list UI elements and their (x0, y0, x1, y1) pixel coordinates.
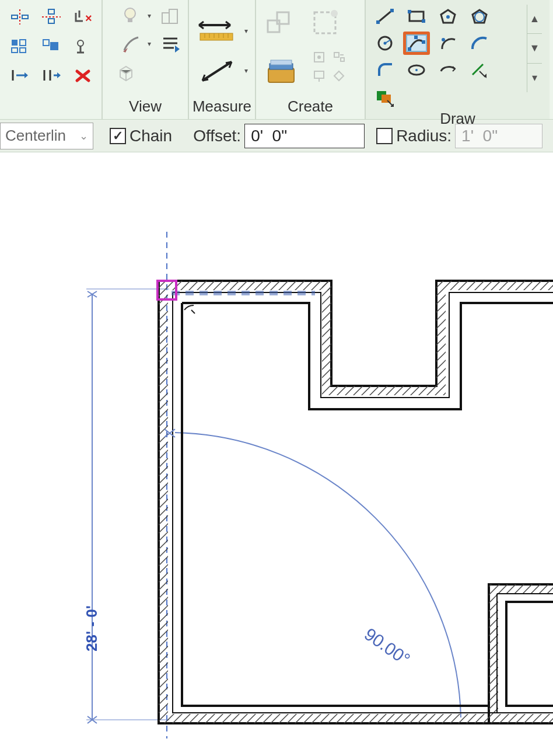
chevron-up-icon: ▲ (530, 13, 540, 25)
offset-option: Offset: (193, 124, 365, 148)
dimension-length-text: 28' - 0' (83, 605, 101, 652)
draw-polygon-circumscribed-button[interactable] (466, 5, 493, 28)
svg-rect-10 (20, 48, 26, 53)
svg-point-53 (446, 15, 450, 19)
panel-label-measure: Measure (189, 96, 255, 119)
distribute-right-button[interactable] (37, 63, 65, 88)
grid-outline-button[interactable] (37, 34, 65, 58)
snap-point-marker (156, 280, 177, 301)
svg-rect-41 (271, 60, 292, 65)
svg-rect-46 (341, 58, 344, 61)
box-3d-button[interactable] (112, 60, 140, 84)
create-assembly-button[interactable] (260, 2, 302, 46)
chevron-down-icon: ▼ (530, 42, 540, 54)
panel-label-blank (0, 96, 102, 119)
draw-polygon-inscribed-button[interactable] (435, 5, 461, 28)
draw-ellipse-button[interactable] (403, 58, 430, 82)
ribbon-panel-create: Create (256, 0, 366, 119)
location-line-value: Centerlin (5, 127, 66, 145)
svg-rect-50 (410, 12, 424, 21)
draw-fillet-arc-button[interactable] (372, 58, 398, 82)
radius-option: ✓ Radius: (376, 124, 542, 148)
unpin-delete-button[interactable]: × (69, 5, 97, 29)
gallery-scroll-down-button[interactable]: ▼ (527, 33, 542, 62)
create-target-button[interactable] (331, 49, 347, 65)
location-line-dropdown[interactable]: Centerlin ⌄ (0, 123, 93, 149)
drawing-canvas[interactable]: 28' - 0' 90.00° (0, 152, 553, 754)
pin-button[interactable] (69, 34, 97, 58)
draw-partial-ellipse-button[interactable] (435, 58, 461, 82)
draw-line-button[interactable] (372, 5, 398, 28)
offset-input[interactable] (244, 124, 365, 148)
svg-rect-4 (48, 19, 54, 23)
offset-label: Offset: (193, 127, 241, 145)
gallery-scroll-up-button[interactable]: ▲ (527, 5, 542, 33)
measure-distance-button[interactable]: ▾ (191, 12, 244, 50)
measure-angle-button[interactable]: ▾ (191, 53, 244, 88)
svg-rect-0 (12, 15, 18, 19)
svg-rect-49 (390, 9, 394, 12)
checkmark-icon: ✓ (113, 130, 123, 142)
svg-rect-21 (162, 13, 169, 23)
chain-label: Chain (130, 127, 172, 145)
svg-rect-66 (382, 95, 391, 103)
svg-text:×: × (85, 12, 92, 25)
radius-input[interactable] (455, 124, 542, 148)
svg-rect-7 (12, 40, 18, 46)
dropdown-arrow-icon: ▾ (148, 40, 151, 48)
svg-rect-45 (334, 53, 339, 57)
svg-rect-8 (20, 40, 26, 46)
svg-line-47 (378, 11, 392, 22)
align-vertical-button[interactable] (37, 5, 65, 29)
draw-arc-center-button[interactable] (435, 32, 461, 55)
align-horizontal-button[interactable] (6, 5, 34, 29)
dropdown-arrow-icon: ▾ (148, 12, 151, 20)
load-family-button[interactable] (260, 49, 306, 92)
create-arrow-down-button[interactable] (311, 68, 327, 84)
svg-point-63 (415, 69, 418, 71)
distribute-left-button[interactable] (6, 63, 34, 88)
lightbulb-button[interactable]: ▾ (112, 4, 153, 28)
expand-icon: ▾ (532, 71, 537, 84)
create-node-button[interactable] (311, 49, 327, 65)
pick-walls-button[interactable] (372, 85, 398, 109)
chevron-down-icon: ⌄ (79, 130, 88, 142)
ribbon: × (0, 0, 553, 120)
create-group-button[interactable] (305, 2, 347, 46)
ribbon-panel-measure: ▾ ▾ Measure (189, 0, 256, 119)
ribbon-panel-align: × (0, 0, 103, 119)
panel-label-create: Create (256, 96, 365, 119)
draw-rectangle-button[interactable] (403, 5, 430, 28)
dropdown-arrow-icon: ▾ (244, 27, 248, 35)
svg-rect-58 (408, 47, 411, 51)
chain-checkbox[interactable]: ✓ (110, 128, 126, 144)
svg-point-13 (78, 40, 83, 46)
gallery-expand-button[interactable]: ▾ (527, 63, 542, 92)
ribbon-panel-draw: ▲ ▼ ▾ Draw (366, 0, 550, 119)
panel-label-view: View (103, 96, 188, 119)
draw-arc-tangent-button[interactable] (466, 32, 493, 55)
brush-button[interactable]: ▾ (112, 32, 153, 56)
svg-point-19 (125, 8, 135, 19)
lines-arrow-button[interactable] (156, 32, 184, 56)
create-diamond-button[interactable] (331, 68, 347, 84)
draw-circle-button[interactable] (372, 32, 398, 55)
svg-point-57 (384, 42, 387, 45)
svg-rect-11 (43, 40, 49, 46)
svg-rect-1 (22, 15, 28, 19)
chain-option: ✓ Chain (110, 127, 176, 145)
draw-arc-3point-button[interactable] (403, 32, 430, 55)
svg-point-43 (317, 55, 321, 59)
delete-button[interactable] (69, 63, 97, 88)
svg-rect-39 (268, 68, 294, 82)
svg-point-38 (331, 10, 338, 17)
svg-rect-51 (408, 10, 411, 13)
radius-checkbox[interactable]: ✓ (376, 128, 393, 144)
pick-lines-button[interactable] (466, 58, 493, 82)
svg-rect-48 (376, 20, 380, 24)
svg-rect-9 (12, 48, 18, 53)
drawing-svg (0, 152, 553, 754)
dropdown-arrow-icon: ▾ (244, 67, 248, 75)
buildings-button[interactable] (156, 4, 184, 28)
grid-fill-button[interactable] (6, 34, 34, 58)
